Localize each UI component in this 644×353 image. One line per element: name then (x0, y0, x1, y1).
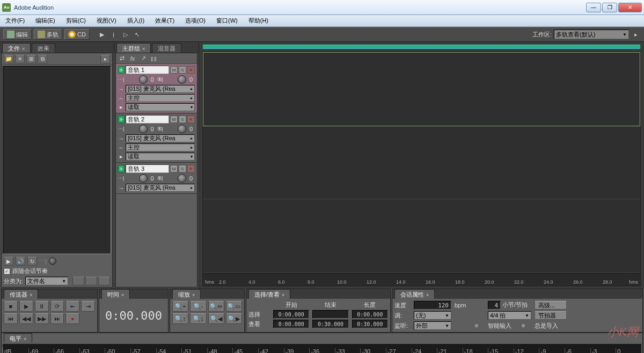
tab-mixer[interactable]: 混音器 (152, 43, 181, 53)
pan-knob[interactable] (178, 75, 186, 84)
menu-window[interactable]: 窗口(W) (214, 16, 240, 26)
tab-selection[interactable]: 选择/查看× (248, 289, 290, 299)
skip-back-button[interactable]: ◀◀ (19, 313, 33, 324)
advanced-button[interactable]: 高级... (535, 301, 567, 309)
close-button[interactable]: ✕ (618, 3, 642, 12)
menu-edit[interactable]: 编辑(E) (33, 16, 57, 26)
zoom-in-h-button[interactable]: 🔍+ (172, 301, 188, 312)
automation-mode-select[interactable]: 读取▾ (126, 103, 195, 111)
zoom-full-button[interactable]: 🔍⇔ (208, 301, 224, 312)
menu-file[interactable]: 文件(F) (3, 16, 27, 26)
show-markers-button[interactable] (72, 277, 84, 285)
play-button[interactable]: ▶ (19, 301, 33, 312)
always-import-radio[interactable] (521, 323, 526, 328)
track-name-input[interactable]: 音轨 2 (126, 115, 169, 124)
mute-button[interactable]: M (170, 116, 178, 123)
track-input-select[interactable]: [01S] 麦克风 (Rea▸ (126, 85, 195, 93)
preview-volume-knob[interactable] (49, 257, 56, 265)
view-start-field[interactable]: 0:00.000 (273, 320, 309, 328)
solo-button[interactable]: S (179, 66, 186, 74)
mode-edit-button[interactable]: 编辑 (3, 29, 32, 40)
bars-input[interactable]: 4 (488, 301, 501, 309)
play-looped-button[interactable]: ⟳ (50, 301, 64, 312)
sel-end-field[interactable] (312, 310, 348, 319)
close-icon[interactable]: × (142, 46, 145, 52)
move-tool-icon[interactable]: ▶ (97, 30, 107, 39)
record-button[interactable]: ● (65, 313, 79, 324)
tab-main-group[interactable]: 主群组× (116, 43, 151, 53)
view-end-field[interactable]: 0:30.000 (312, 320, 348, 328)
sort-select[interactable]: 文件名▼ (25, 277, 68, 285)
tab-time[interactable]: 时间× (101, 289, 130, 299)
mode-cd-button[interactable]: CD (64, 29, 90, 40)
time-ruler[interactable]: hms 2.04.06.08.010.012.014.016.018.020.0… (202, 273, 641, 286)
time-select-tool-icon[interactable]: ⸠ (109, 30, 119, 39)
play-preview-button[interactable]: ▶ (4, 257, 13, 265)
zoom-out-v-button[interactable]: 🔍↨ (190, 313, 206, 324)
track-name-input[interactable]: 音轨 3 (126, 164, 169, 173)
stop-button[interactable]: ■ (4, 301, 18, 312)
timesig-select[interactable]: 4/4 拍▼ (488, 311, 531, 320)
inputs-icon[interactable]: ⇄ (118, 55, 126, 62)
zoom-sel-button[interactable]: 🔍▭ (226, 301, 242, 312)
track-lane[interactable] (203, 126, 640, 200)
time-display[interactable]: 0:00.000 (101, 301, 166, 330)
tab-session-props[interactable]: 会话属性× (394, 289, 435, 299)
track-handle-icon[interactable]: ⊪ (118, 66, 125, 74)
menu-clip[interactable]: 剪辑(C) (64, 16, 88, 26)
track-name-input[interactable]: 音轨 1 (126, 66, 169, 74)
menu-help[interactable]: 帮助(H) (246, 16, 270, 26)
smart-input-radio[interactable] (474, 323, 479, 328)
go-to-end-button[interactable]: ⇥ (81, 301, 95, 312)
pause-button[interactable]: ⏸ (35, 301, 49, 312)
key-select[interactable]: (无)▼ (414, 311, 451, 320)
arm-record-button[interactable]: R (187, 165, 195, 172)
menu-effects[interactable]: 效果(T) (153, 16, 177, 26)
edit-file-button[interactable]: ⊞ (26, 55, 36, 63)
close-icon[interactable]: × (22, 46, 25, 52)
tab-zoom[interactable]: 缩放× (172, 289, 201, 299)
track-header[interactable]: ⊪ 音轨 3 M S R ⋯| 0 ⦿| 0 → [01S] 麦克风 (Rea▸ (116, 163, 197, 194)
tab-effects[interactable]: 效果 (32, 43, 55, 53)
fast-forward-button[interactable]: ⏭ (50, 313, 64, 324)
zoom-in-right-button[interactable]: 🔍▶ (226, 313, 242, 324)
follow-tempo-checkbox[interactable]: ✓ (4, 268, 10, 275)
import-file-button[interactable]: 📁 (4, 55, 13, 63)
track-header[interactable]: ⊪ 音轨 1 M S R ⋯| 0 ⦿| 0 → [01S] 麦克风 (Rea▸… (116, 64, 197, 113)
go-to-beginning-button[interactable]: ⇤ (65, 301, 79, 312)
sel-length-field[interactable]: 0:00.000 (352, 310, 388, 319)
full-path-button[interactable] (85, 277, 97, 285)
tab-transport[interactable]: 传送器× (4, 289, 38, 299)
menu-view[interactable]: 视图(V) (94, 16, 119, 26)
tab-file[interactable]: 文件× (2, 43, 31, 53)
maximize-button[interactable]: ❐ (602, 3, 617, 12)
fx-icon[interactable]: fx (129, 55, 136, 62)
minimize-button[interactable]: — (586, 3, 601, 12)
loop-preview-button[interactable]: ↻ (27, 257, 37, 265)
track-lane[interactable] (203, 52, 640, 126)
advanced-options-button[interactable] (98, 277, 110, 285)
zoom-in-left-button[interactable]: 🔍◀ (208, 313, 224, 324)
menu-insert[interactable]: 插入(I) (125, 16, 147, 26)
tab-levels[interactable]: 电平× (4, 333, 32, 343)
close-file-button[interactable]: ✕ (15, 55, 25, 63)
mode-multitrack-button[interactable]: 多轨 (34, 29, 62, 40)
autoplay-button[interactable]: 🔊 (16, 257, 25, 265)
level-meter[interactable]: dB-69-66-63-60-57-54-51-48-45-42-39-36-3… (3, 344, 641, 353)
track-input-select[interactable]: [01S] 麦克风 (Rea▸ (126, 184, 195, 192)
zoom-in-v-button[interactable]: 🔍↕ (172, 313, 188, 324)
volume-knob[interactable] (139, 125, 148, 133)
workspace-menu-icon[interactable]: ▸ (631, 30, 641, 39)
track-input-select[interactable]: [01S] 麦克风 (Rea▸ (126, 134, 195, 142)
volume-knob[interactable] (139, 75, 148, 84)
rewind-button[interactable]: ⏮ (4, 313, 18, 324)
automation-mode-select[interactable]: 读取▾ (126, 153, 195, 161)
pan-knob[interactable] (178, 174, 186, 183)
track-header[interactable]: ⊪ 音轨 2 M S R ⋯| 0 ⦿| 0 → [01S] 麦克风 (Rea▸… (116, 113, 197, 163)
solo-button[interactable]: S (179, 116, 186, 123)
metronome-button[interactable]: 节拍器 (535, 311, 567, 320)
file-list[interactable] (3, 66, 111, 254)
track-lanes[interactable] (202, 52, 641, 273)
arm-record-button[interactable]: R (187, 66, 195, 74)
mute-button[interactable]: M (170, 165, 178, 172)
